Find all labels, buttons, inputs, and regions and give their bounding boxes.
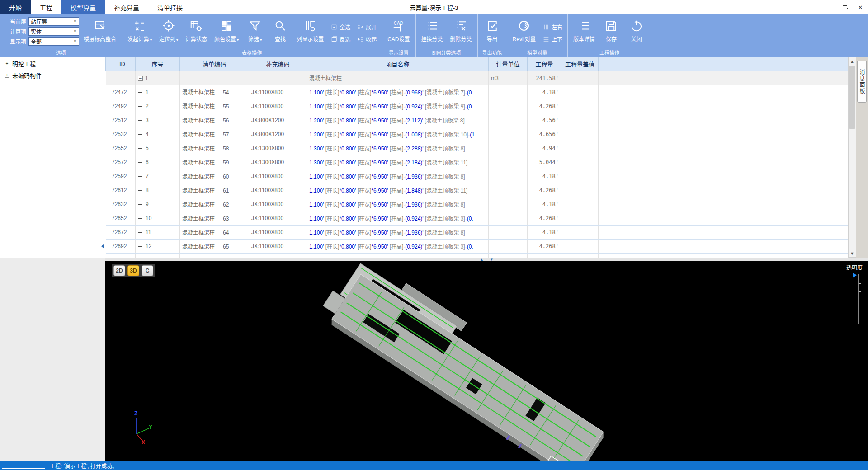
button-关闭[interactable]: 关闭 (625, 16, 648, 50)
table-row[interactable]: 724922混凝土框架柱55JX:1100X8001.100' [柱长]*0.8… (106, 99, 849, 113)
table-row[interactable]: 725525混凝土框架柱58JX:1300X8001.300' [柱长]*0.8… (106, 141, 849, 155)
tab-message-panel[interactable]: 消息面板 (857, 61, 867, 103)
button-反选[interactable]: 反选 (329, 34, 352, 44)
button-上下[interactable]: 上下 (541, 34, 564, 44)
table-row[interactable]: 7269212混凝土框架柱65JX:1100X8001.100' [柱长]*0.… (106, 239, 849, 253)
tab-开始[interactable]: 开始 (0, 0, 31, 14)
statusbar: 工程: '演示工程', 打开成功。 (0, 461, 868, 470)
calc-item-select[interactable]: 实体▼ (28, 27, 79, 36)
button-删除分类[interactable]: 删除分类 (448, 16, 475, 50)
button-计算状态[interactable]: 计算状态 (183, 16, 210, 50)
tab-工程[interactable]: 工程 (31, 0, 61, 14)
button-stack: 全选反选 (328, 16, 353, 50)
svg-text:CAD: CAD (394, 21, 403, 26)
scrollbar-thumb[interactable] (849, 66, 855, 129)
option-dropdown-rows: 当前层站厅层▼计算项实体▼显示项全部▼ (3, 16, 79, 50)
table-row[interactable]: 726329混凝土框架柱62JX:1100X8001.100' [柱长]*0.8… (106, 197, 849, 211)
sidebar-item-明挖工程[interactable]: +明挖工程 (0, 57, 105, 69)
collapse-left-panel-icon[interactable] (101, 244, 104, 249)
button-列显示设置[interactable]: 列显示设置 (294, 16, 326, 50)
table-row[interactable]: 725927混凝土框架柱60JX:1100X8001.100' [柱长]*0.8… (106, 169, 849, 183)
table-row[interactable]: 725324混凝土框架柱57JX:800X12001.200' [柱长]*0.8… (106, 127, 849, 141)
button-版本详情[interactable]: 版本详情 (571, 16, 598, 50)
button-查找[interactable]: 查找 (269, 16, 292, 50)
scroll-down-icon[interactable]: ▼ (849, 249, 856, 257)
revit-compare-icon (516, 18, 532, 33)
cell-supp (249, 71, 307, 85)
tab-模型算量[interactable]: 模型算量 (61, 0, 105, 14)
code-number: 64 (223, 230, 229, 236)
table-row[interactable]: 7265210混凝土框架柱63JX:1100X8001.100' [柱长]*0.… (106, 211, 849, 225)
table-row[interactable]: 725726混凝土框架柱59JX:1300X8001.300' [柱长]*0.8… (106, 155, 849, 169)
view-button-C[interactable]: C (142, 265, 153, 276)
button-楼层标高整合[interactable]: 楼层标高整合 (81, 16, 119, 50)
formula-fragment: [柱宽] (358, 230, 372, 236)
cell-id: 72692 (109, 239, 136, 253)
cell-id: 72472 (109, 85, 136, 99)
view-button-2D[interactable]: 2D (113, 265, 125, 276)
button-颜色设置[interactable]: 颜色设置▾ (212, 16, 241, 50)
formula-fragment: [柱宽] (358, 146, 372, 152)
button-CAD设置[interactable]: CADCAD设置 (385, 16, 412, 50)
button-Revit对量[interactable]: Revit对量 (510, 16, 538, 50)
column-header-序号[interactable]: 序号 (136, 57, 180, 71)
button-展开[interactable]: 展开 (355, 22, 378, 32)
close-button[interactable]: ✕ (853, 0, 868, 14)
cell-filler (599, 197, 849, 211)
table-row[interactable]: 725123混凝土框架柱56JX:800X12001.200' [柱长]*0.8… (106, 113, 849, 127)
view-button-3D[interactable]: 3D (127, 265, 139, 276)
axis-z-label: Z (134, 410, 137, 417)
collapse-minus-icon[interactable]: − (138, 76, 143, 81)
column-header-ID[interactable]: ID (109, 57, 136, 71)
button-label: 计算状态 (185, 35, 207, 42)
table-row[interactable]: 7271213混凝土框架柱66JX:1100X8001.100' [柱长]*0.… (106, 253, 849, 258)
display-item-select[interactable]: 全部▼ (28, 37, 79, 46)
cell-unit (489, 85, 528, 99)
button-全选[interactable]: 全选 (329, 22, 352, 32)
column-header-项目名称[interactable]: 项目名称 (307, 57, 489, 71)
column-header-计量单位[interactable]: 计量单位 (489, 57, 528, 71)
table-vertical-scrollbar[interactable]: ▲ ▼ (848, 57, 856, 258)
button-筛选[interactable]: 筛选▾ (243, 16, 267, 50)
formula-fragment: -(2.288)' (403, 146, 425, 152)
button-挂接分类[interactable]: 挂接分类 (419, 16, 446, 50)
right-edge-strip: 消息面板 (856, 57, 868, 258)
button-发起计算[interactable]: 发起计算▾ (125, 16, 155, 50)
cell-diff (561, 253, 599, 258)
button-定位到[interactable]: 定位到▾ (156, 16, 181, 50)
tab-补充算量[interactable]: 补充算量 (105, 0, 148, 14)
column-header-补充编码[interactable]: 补充编码 (249, 57, 307, 71)
scroll-up-icon[interactable]: ▲ (849, 57, 856, 65)
cell-unit (489, 225, 528, 239)
model-viewport[interactable]: 2D3DC Z Y X 透明度 (105, 261, 868, 461)
transparency-slider-handle[interactable] (853, 273, 857, 278)
formula-fragment: *6.950' (371, 202, 389, 208)
maximize-button[interactable] (837, 0, 853, 14)
cell-seq: 7 (136, 169, 180, 183)
formula-fragment: *0.800' (339, 216, 357, 222)
horizontal-splitter[interactable]: ▲ ▼ (105, 258, 868, 261)
tab-清单挂接[interactable]: 清单挂接 (148, 0, 192, 14)
column-header-工程量[interactable]: 工程量 (528, 57, 561, 71)
table-row[interactable]: 724721混凝土框架柱54JX:1100X8001.100' [柱长]*0.8… (106, 85, 849, 99)
table-group-row[interactable]: −1混凝土框架柱m3241.58' (106, 71, 849, 85)
component-tree-panel: +明挖工程+未编码构件 (0, 57, 105, 258)
minimize-button[interactable]: — (822, 0, 837, 14)
group-label-options: 选项 (3, 50, 119, 57)
column-header-工程量差值[interactable]: 工程量差值 (561, 57, 599, 71)
current-floor-select[interactable]: 站厅层▼ (28, 17, 79, 26)
formula-fragment: -(0. (465, 216, 473, 222)
table-row[interactable]: 726128混凝土框架柱61JX:1100X8001.100' [柱长]*0.8… (106, 183, 849, 197)
sidebar-item-未编码构件[interactable]: +未编码构件 (0, 69, 105, 81)
transparency-track[interactable] (858, 274, 859, 324)
formula-fragment: *0.800' (339, 132, 357, 138)
button-左右[interactable]: 左右 (541, 22, 564, 32)
table-row[interactable]: 7267211混凝土框架柱64JX:1100X8001.100' [柱长]*0.… (106, 225, 849, 239)
button-保存[interactable]: 保存 (599, 16, 623, 50)
button-label: 挂接分类 (421, 35, 443, 42)
button-收起[interactable]: 收起 (355, 34, 378, 44)
column-header-清单编码[interactable]: 清单编码 (180, 57, 249, 71)
cell-code: 混凝土框架柱63 (180, 211, 249, 225)
button-导出[interactable]: 导出 (481, 16, 504, 50)
column-header-filler (599, 57, 849, 71)
